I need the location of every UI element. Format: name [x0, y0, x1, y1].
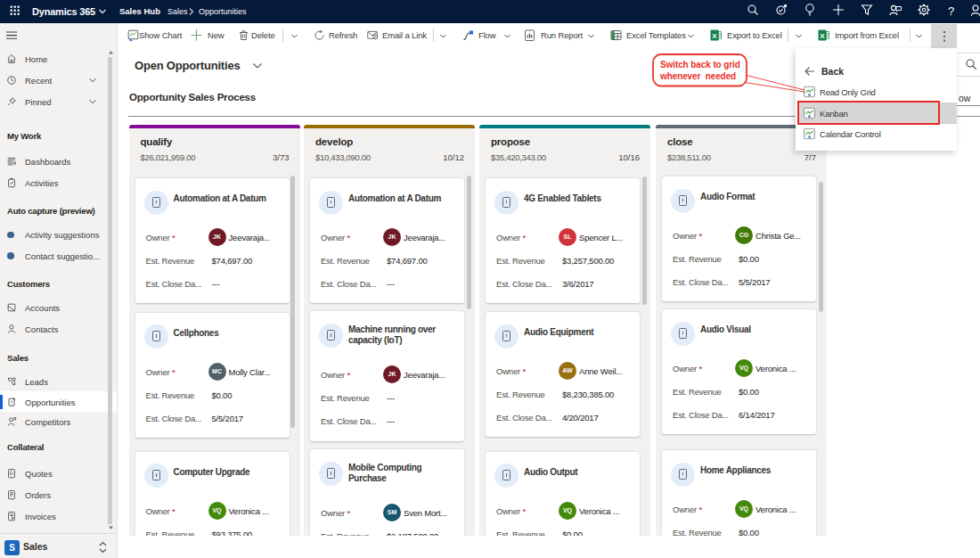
svg-text:X: X [712, 32, 717, 40]
svg-text:X: X [820, 32, 825, 40]
